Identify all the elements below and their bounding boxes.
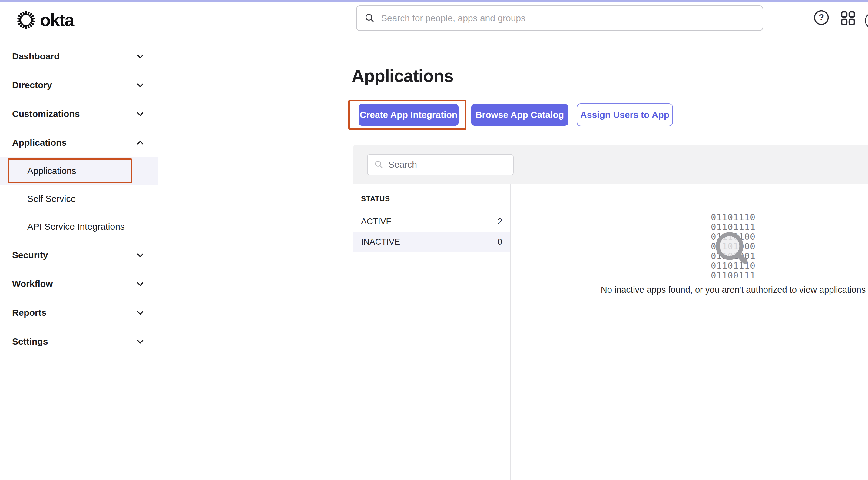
sidebar-item-security[interactable]: Security (0, 241, 158, 269)
chevron-down-icon (136, 110, 145, 119)
chevron-down-icon (136, 337, 145, 346)
sidebar-subitem-api-service-integrations[interactable]: API Service Integrations (0, 213, 158, 241)
global-search-input[interactable] (381, 13, 755, 23)
sidebar-item-dashboard[interactable]: Dashboard (0, 42, 158, 70)
status-filter-inactive[interactable]: INACTIVE 0 (353, 232, 510, 251)
sidebar-item-customizations[interactable]: Customizations (0, 99, 158, 128)
status-filter-column: STATUS ACTIVE 2 INACTIVE 0 (353, 184, 510, 480)
chevron-down-icon (136, 81, 145, 90)
top-accent-bar (0, 0, 868, 2)
svg-text:?: ? (818, 12, 824, 22)
search-icon (365, 13, 375, 23)
user-avatar[interactable] (865, 12, 868, 29)
inactive-count: 0 (497, 237, 502, 247)
applications-panel: STATUS ACTIVE 2 INACTIVE 0 01101110 0110… (352, 145, 868, 480)
panel-search-input[interactable] (388, 159, 506, 170)
create-app-integration-button[interactable]: Create App Integration (359, 104, 459, 126)
chevron-down-icon (136, 52, 145, 61)
panel-toolbar (353, 145, 868, 184)
help-icon[interactable]: ? (813, 10, 829, 26)
status-filter-active[interactable]: ACTIVE 2 (353, 211, 510, 232)
page-title: Applications (352, 65, 454, 86)
active-count: 2 (497, 217, 502, 227)
main-content: Applications Create App Integration Brow… (158, 37, 868, 480)
search-icon (374, 160, 383, 169)
sidebar-item-reports[interactable]: Reports (0, 298, 158, 327)
okta-logo[interactable]: okta (17, 10, 73, 30)
empty-state-message: No inactive apps found, or you aren't au… (601, 285, 866, 295)
status-filter-header: STATUS (353, 194, 510, 203)
sidebar-subitem-applications[interactable]: Applications (0, 157, 158, 185)
okta-logo-text: okta (40, 10, 73, 30)
sidebar-subitem-self-service[interactable]: Self Service (0, 185, 158, 213)
sidebar-item-settings[interactable]: Settings (0, 327, 158, 356)
sidebar-nav: Dashboard Directory Customizations Appli… (0, 37, 158, 480)
okta-logo-icon (17, 10, 36, 30)
panel-search[interactable] (367, 154, 514, 176)
apps-grid-icon[interactable] (841, 11, 855, 26)
sidebar-item-directory[interactable]: Directory (0, 70, 158, 99)
chevron-down-icon (136, 250, 145, 260)
chevron-down-icon (136, 308, 145, 317)
global-search[interactable] (356, 5, 763, 31)
app-header: okta ? (0, 2, 868, 37)
sidebar-item-workflow[interactable]: Workflow (0, 269, 158, 298)
empty-state: 01101110 01101111 01110100 01101000 0110… (510, 184, 868, 480)
browse-app-catalog-button[interactable]: Browse App Catalog (471, 104, 568, 126)
magnifying-glass-icon (714, 230, 750, 267)
chevron-up-icon (136, 138, 145, 147)
assign-users-to-app-button[interactable]: Assign Users to App (577, 103, 673, 126)
chevron-down-icon (136, 279, 145, 289)
sidebar-item-applications[interactable]: Applications (0, 128, 158, 157)
